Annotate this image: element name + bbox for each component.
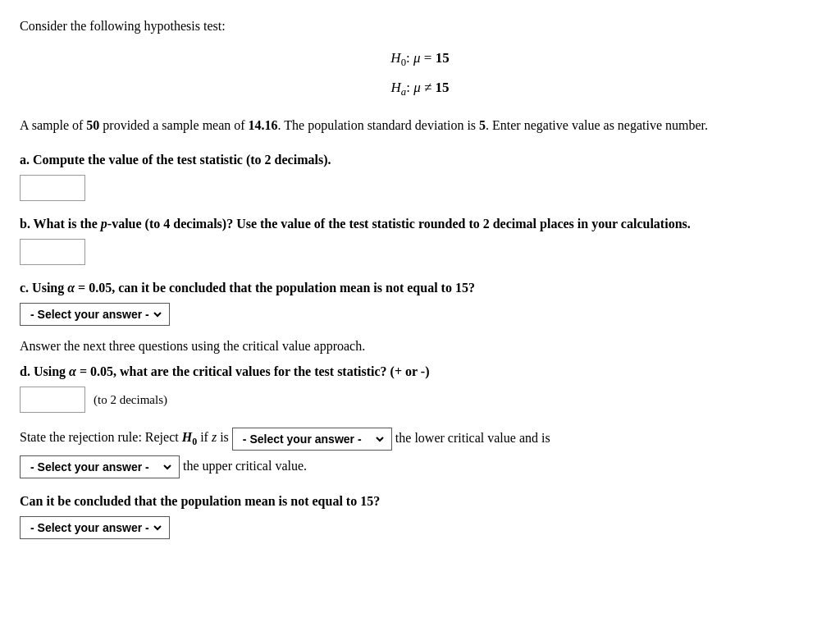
question-b-label: b. What is the p-value (to 4 decimals)? … bbox=[20, 214, 820, 234]
critical-value-row: (to 2 decimals) bbox=[20, 387, 820, 413]
question-a-label: a. Compute the value of the test statist… bbox=[20, 150, 820, 170]
rejection-rule-row2: - Select your answer - less than or equa… bbox=[20, 455, 820, 478]
question-b: b. What is the p-value (to 4 decimals)? … bbox=[20, 214, 820, 265]
rejection-rule-section: State the rejection rule: Reject H0 if z… bbox=[20, 426, 820, 478]
critical-value-paren: (to 2 decimals) bbox=[94, 393, 167, 407]
ha-line: Ha: μ ≠ 15 bbox=[20, 74, 820, 103]
rejection-rule-text-before: State the rejection rule: Reject H0 if z… bbox=[20, 426, 229, 451]
rejection-rule-select2[interactable]: - Select your answer - less than or equa… bbox=[25, 460, 174, 474]
rejection-rule-dropdown2-wrapper[interactable]: - Select your answer - less than or equa… bbox=[20, 455, 180, 478]
rejection-rule-text-after: the upper critical value. bbox=[183, 455, 307, 478]
rejection-rule-dropdown1-wrapper[interactable]: - Select your answer - less than or equa… bbox=[232, 428, 392, 451]
question-a: a. Compute the value of the test statist… bbox=[20, 150, 820, 201]
rejection-rule-row: State the rejection rule: Reject H0 if z… bbox=[20, 426, 820, 451]
question-d: d. Using α = 0.05, what are the critical… bbox=[20, 362, 820, 413]
question-c: c. Using α = 0.05, can it be concluded t… bbox=[20, 278, 820, 326]
rejection-rule-select1[interactable]: - Select your answer - less than or equa… bbox=[238, 432, 386, 446]
hypothesis-block: H0: μ = 15 Ha: μ ≠ 15 bbox=[20, 44, 820, 103]
h0-line: H0: μ = 15 bbox=[20, 44, 820, 74]
critical-value-input[interactable] bbox=[20, 387, 85, 413]
rejection-rule-text-middle: the lower critical value and is bbox=[395, 427, 550, 451]
question-c-label: c. Using α = 0.05, can it be concluded t… bbox=[20, 278, 820, 298]
page-container: Consider the following hypothesis test: … bbox=[20, 16, 820, 539]
sample-info: A sample of 50 provided a sample mean of… bbox=[20, 115, 820, 136]
conclusion-select[interactable]: - Select your answer - Yes No bbox=[25, 520, 164, 535]
intro-text: Consider the following hypothesis test: bbox=[20, 16, 820, 36]
question-c-select[interactable]: - Select your answer - Yes No bbox=[25, 307, 164, 322]
critical-value-intro: Answer the next three questions using th… bbox=[20, 339, 820, 354]
test-statistic-input[interactable] bbox=[20, 175, 85, 201]
p-value-input[interactable] bbox=[20, 239, 85, 265]
question-c-dropdown-wrapper[interactable]: - Select your answer - Yes No bbox=[20, 303, 170, 326]
conclusion-dropdown-wrapper[interactable]: - Select your answer - Yes No bbox=[20, 516, 170, 539]
conclusion-section: Can it be concluded that the population … bbox=[20, 492, 820, 539]
question-d-label: d. Using α = 0.05, what are the critical… bbox=[20, 362, 820, 382]
conclusion-label: Can it be concluded that the population … bbox=[20, 492, 820, 511]
